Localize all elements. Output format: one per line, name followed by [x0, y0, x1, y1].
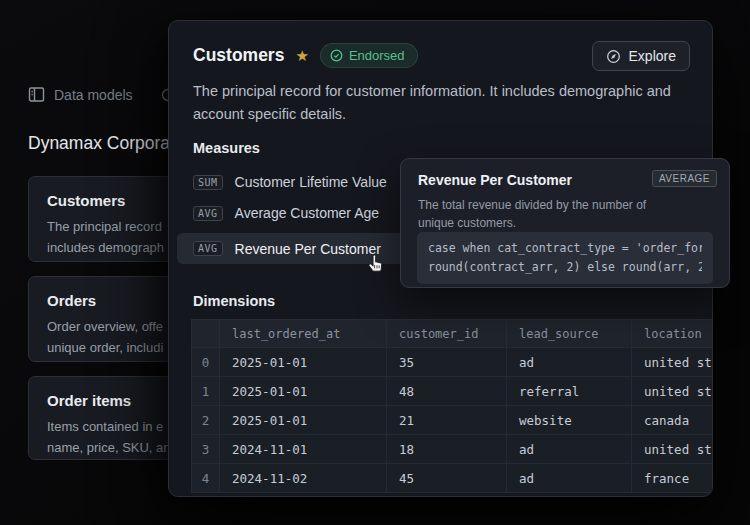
table-cell: united states — [632, 348, 713, 377]
aggregation-badge-avg: AVG — [193, 241, 223, 256]
endorsed-check-icon — [330, 49, 343, 62]
table-cell: 2025-01-01 — [220, 377, 387, 406]
table-cell: ad — [507, 348, 632, 377]
measure-name: Average Customer Age — [235, 205, 380, 221]
table-row: 4 2024-11-02 45 ad france — [192, 464, 713, 493]
sql-code-line: case when cat_contract_type = 'order_for… — [428, 239, 702, 258]
table-cell: france — [632, 464, 713, 493]
aggregation-badge-avg: AVG — [193, 206, 223, 221]
dimensions-table-container: last_ordered_at customer_id lead_source … — [191, 319, 712, 496]
dimensions-table: last_ordered_at customer_id lead_source … — [191, 319, 712, 493]
endorsed-badge: Endorsed — [320, 43, 418, 68]
table-row: 3 2024-11-01 18 ad united states — [192, 435, 713, 464]
table-cell: 35 — [387, 348, 507, 377]
model-description: The principal record for customer inform… — [193, 80, 701, 126]
table-cell: referral — [507, 377, 632, 406]
table-cell: united states — [632, 435, 713, 464]
table-cell: 2025-01-01 — [220, 348, 387, 377]
measure-name: Customer Lifetime Value — [235, 174, 387, 190]
table-cell: ad — [507, 435, 632, 464]
row-index: 3 — [192, 435, 220, 464]
row-index: 0 — [192, 348, 220, 377]
table-header-index — [192, 320, 220, 348]
table-cell: united states — [632, 377, 713, 406]
table-cell: 45 — [387, 464, 507, 493]
table-cell: 18 — [387, 435, 507, 464]
table-header-customer-id: customer_id — [387, 320, 507, 348]
explore-compass-icon — [606, 49, 621, 64]
measure-tooltip: Revenue Per Customer AVERAGE The total r… — [400, 158, 730, 288]
row-index: 1 — [192, 377, 220, 406]
row-index: 4 — [192, 464, 220, 493]
nav-data-models[interactable]: Data models — [54, 87, 133, 103]
data-models-icon — [28, 86, 45, 103]
sql-code-block: case when cat_contract_type = 'order_for… — [417, 232, 713, 284]
table-cell: 2024-11-02 — [220, 464, 387, 493]
sql-code-line: round(contract_arr, 2) else round(arr, 2… — [428, 258, 702, 277]
aggregation-badge-sum: SUM — [193, 175, 223, 190]
endorsed-label: Endorsed — [349, 48, 405, 63]
table-row: 1 2025-01-01 48 referral united states — [192, 377, 713, 406]
table-header-last-ordered-at: last_ordered_at — [220, 320, 387, 348]
table-row: 2 2025-01-01 21 website canada — [192, 406, 713, 435]
row-index: 2 — [192, 406, 220, 435]
cursor-pointer-icon — [365, 253, 386, 279]
table-cell: 2025-01-01 — [220, 406, 387, 435]
dimensions-heading: Dimensions — [193, 293, 275, 309]
table-cell: 48 — [387, 377, 507, 406]
explore-button[interactable]: Explore — [592, 41, 690, 71]
tooltip-description: The total revenue divided by the number … — [418, 196, 682, 232]
table-header-row: last_ordered_at customer_id lead_source … — [192, 320, 713, 348]
explore-label: Explore — [629, 48, 676, 64]
workspace-title: Dynamax Corpora — [28, 133, 170, 154]
table-cell: ad — [507, 464, 632, 493]
table-cell: canada — [632, 406, 713, 435]
table-row: 0 2025-01-01 35 ad united states — [192, 348, 713, 377]
tooltip-title: Revenue Per Customer — [418, 172, 572, 188]
table-header-location: location — [632, 320, 713, 348]
table-cell: 21 — [387, 406, 507, 435]
table-cell: 2024-11-01 — [220, 435, 387, 464]
measures-heading: Measures — [193, 140, 260, 156]
table-cell: website — [507, 406, 632, 435]
aggregation-type-badge: AVERAGE — [652, 170, 717, 187]
star-icon[interactable]: ★ — [295, 48, 308, 63]
measure-name: Revenue Per Customer — [235, 241, 381, 257]
page-title: Customers — [193, 45, 284, 66]
table-header-lead-source: lead_source — [507, 320, 632, 348]
